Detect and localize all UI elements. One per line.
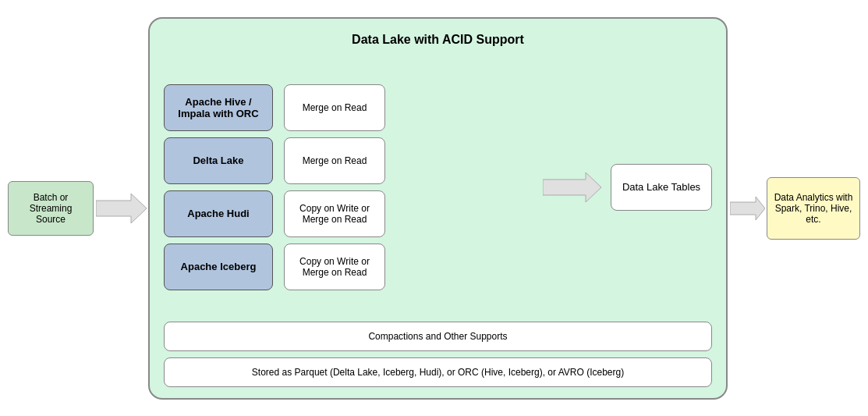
tech-rows: Apache Hive / Impala with ORC Merge on R…	[164, 84, 533, 290]
compaction-bar: Compactions and Other Supports	[164, 322, 712, 351]
svg-marker-1	[543, 172, 601, 202]
tech-mode-hudi: Copy on Write or Merge on Read	[284, 190, 385, 237]
middle-arrow	[540, 172, 603, 202]
result-box: Data Lake Tables	[611, 164, 712, 211]
tech-label-hudi: Apache Hudi	[164, 190, 273, 237]
analytics-label: Data Analytics with Spark, Trino, Hive, …	[772, 192, 855, 225]
tech-label-hive: Apache Hive / Impala with ORC	[164, 84, 273, 131]
tech-label-delta: Delta Lake	[164, 137, 273, 184]
rows-and-result: Apache Hive / Impala with ORC Merge on R…	[164, 59, 712, 315]
page-wrapper: Batch or Streaming Source Data Lake with…	[0, 0, 868, 416]
analytics-box: Data Analytics with Spark, Trino, Hive, …	[767, 177, 860, 240]
source-box: Batch or Streaming Source	[8, 181, 94, 236]
rows-result-wrapper: Apache Hive / Impala with ORC Merge on R…	[164, 59, 712, 387]
storage-bar: Stored as Parquet (Delta Lake, Iceberg, …	[164, 357, 712, 387]
tech-label-iceberg: Apache Iceberg	[164, 244, 273, 290]
source-arrow	[94, 193, 148, 224]
tech-mode-iceberg: Copy on Write or Merge on Read	[284, 244, 385, 290]
table-row: Apache Iceberg Copy on Write or Merge on…	[164, 244, 533, 290]
table-row: Delta Lake Merge on Read	[164, 137, 533, 184]
bottom-boxes: Compactions and Other Supports Stored as…	[164, 322, 712, 387]
data-lake-box: Data Lake with ACID Support Apache Hive …	[148, 17, 728, 400]
tech-mode-delta: Merge on Read	[284, 137, 385, 184]
source-label: Batch or Streaming Source	[13, 192, 88, 225]
table-row: Apache Hive / Impala with ORC Merge on R…	[164, 84, 533, 131]
output-arrow	[728, 193, 767, 224]
table-row: Apache Hudi Copy on Write or Merge on Re…	[164, 190, 533, 237]
data-lake-title: Data Lake with ACID Support	[164, 33, 712, 47]
svg-marker-0	[96, 194, 147, 223]
tech-mode-hive: Merge on Read	[284, 84, 385, 131]
svg-marker-2	[730, 197, 765, 220]
